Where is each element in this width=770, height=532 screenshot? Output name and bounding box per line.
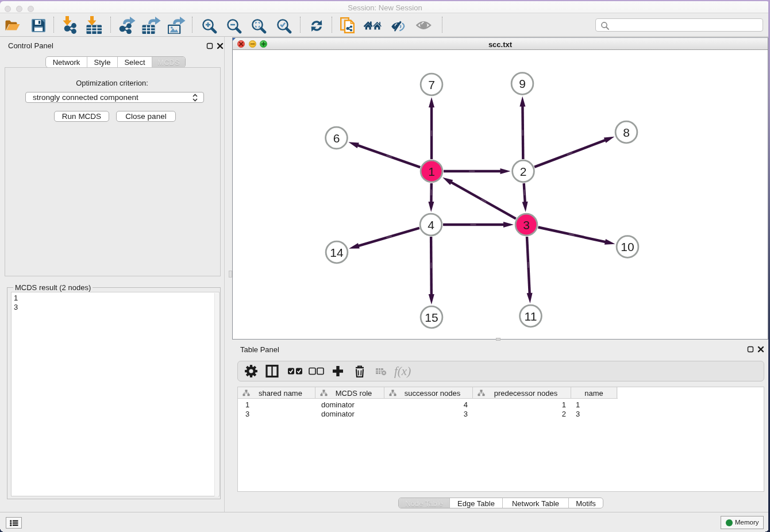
svg-text:3: 3 [523,218,530,232]
svg-text:7: 7 [428,78,435,91]
svg-text:1: 1 [428,165,435,178]
svg-text:15: 15 [425,311,438,324]
svg-text:2: 2 [520,165,527,178]
svg-text:14: 14 [330,246,344,259]
svg-text:f(x): f(x) [394,364,411,378]
svg-text:8: 8 [623,126,630,139]
svg-text:9: 9 [519,77,526,90]
svg-text:10: 10 [621,240,634,253]
svg-text:4: 4 [428,218,434,232]
svg-text:11: 11 [525,310,537,323]
svg-text:6: 6 [333,132,340,145]
